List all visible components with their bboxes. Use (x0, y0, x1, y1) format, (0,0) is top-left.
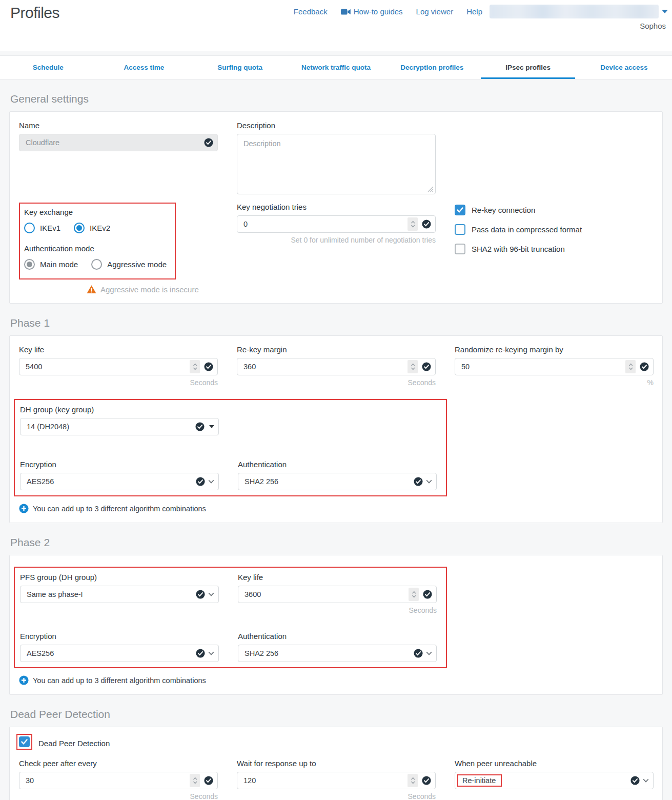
rekey-connection-row: Re-key connection (455, 205, 654, 215)
log-viewer-link[interactable]: Log viewer (416, 7, 454, 16)
resize-handle[interactable] (427, 186, 434, 192)
stepper-arrows-icon (628, 363, 634, 371)
check-icon (457, 207, 463, 213)
add-icon[interactable] (19, 675, 29, 685)
phase1-encryption-select[interactable]: AES256 (20, 473, 219, 490)
tab-surfing-quota[interactable]: Surfing quota (192, 56, 288, 79)
pfs-group-select[interactable]: Same as phase-I (20, 586, 219, 603)
phase1-key-life-field[interactable]: 5400 (19, 358, 218, 375)
chevron-down-icon (208, 479, 214, 484)
compressed-format-row: Pass data in compressed format (455, 224, 654, 235)
name-field: Cloudflare (19, 134, 218, 151)
when-unreachable-select[interactable]: Re-initiate (455, 772, 654, 789)
valid-check-icon (196, 590, 205, 599)
stepper-arrows-icon (192, 363, 198, 371)
chevron-down-icon (643, 778, 649, 783)
unit-label: Seconds (237, 792, 436, 800)
dpd-checkbox[interactable] (19, 736, 30, 747)
dh-group-select[interactable]: 14 (DH2048) (20, 418, 219, 435)
phase2-algorithms-annotation-box: PFS group (DH group) Same as phase-I Key… (14, 567, 447, 668)
number-stepper[interactable] (190, 774, 200, 787)
phase2-panel: PFS group (DH group) Same as phase-I Key… (9, 555, 663, 695)
valid-check-icon (630, 776, 640, 785)
radio-ikev1[interactable] (24, 223, 35, 233)
add-icon[interactable] (19, 504, 29, 513)
check-peer-label: Check peer after every (19, 759, 218, 768)
reinitiate-annotation-box: Re-initiate (457, 774, 502, 787)
valid-check-icon (204, 776, 213, 785)
tab-decryption-profiles[interactable]: Decryption profiles (384, 56, 480, 79)
valid-check-icon (422, 362, 431, 371)
phase2-encryption-select[interactable]: AES256 (20, 645, 219, 662)
valid-check-icon (423, 590, 432, 599)
wait-response-field[interactable]: 120 (237, 772, 436, 789)
phase2-key-life-field[interactable]: 3600 (238, 586, 437, 603)
radio-aggressive-mode[interactable] (91, 259, 102, 270)
phase2-key-life-label: Key life (238, 573, 437, 582)
phase1-authentication-select[interactable]: SHA2 256 (238, 473, 437, 490)
valid-check-icon (422, 776, 431, 785)
general-settings-heading: General settings (10, 93, 663, 105)
dpd-panel: Dead Peer Detection Check peer after eve… (9, 727, 663, 800)
name-label: Name (19, 121, 218, 130)
radio-main-mode[interactable] (24, 259, 35, 270)
warning-icon (87, 285, 96, 294)
key-exchange-annotation-box: Key exchange IKEv1 IKEv2 Authentication … (19, 203, 176, 279)
description-field[interactable]: Description (237, 134, 436, 194)
profile-tabs: Schedule Access time Surfing quota Netwo… (0, 55, 672, 79)
sha2-truncation-checkbox[interactable] (455, 244, 465, 254)
valid-check-icon (195, 422, 205, 431)
tab-access-time[interactable]: Access time (96, 56, 192, 79)
valid-check-icon (196, 477, 205, 486)
phase2-encryption-label: Encryption (20, 632, 219, 641)
wait-response-label: Wait for response up to (237, 759, 436, 768)
phase2-authentication-label: Authentication (238, 632, 437, 641)
when-unreachable-label: When peer unreachable (455, 759, 654, 768)
stepper-arrows-icon (410, 220, 416, 228)
phase1-add-combination-note: You can add up to 3 different algorithm … (19, 504, 653, 513)
number-stepper[interactable] (190, 360, 200, 373)
app-header: Profiles Feedback How-to guides Log view… (0, 0, 672, 51)
radio-ikev2[interactable] (74, 223, 85, 233)
valid-check-icon (422, 219, 431, 229)
key-exchange-label: Key exchange (24, 208, 169, 216)
number-stepper[interactable] (408, 774, 418, 787)
description-label: Description (237, 121, 436, 130)
stepper-arrows-icon (410, 776, 416, 785)
number-stepper[interactable] (625, 360, 636, 373)
how-to-guides-link[interactable]: How-to guides (341, 7, 403, 16)
tab-ipsec-profiles[interactable]: IPsec profiles (480, 56, 576, 79)
key-negotiation-tries-label: Key negotiation tries (237, 203, 436, 211)
chevron-down-icon (426, 651, 432, 655)
phase1-algorithms-annotation-box: DH group (key group) 14 (DH2048) Encrypt… (14, 399, 447, 496)
feedback-link[interactable]: Feedback (294, 7, 328, 16)
help-link[interactable]: Help (466, 7, 482, 16)
valid-check-icon (196, 649, 205, 658)
dpd-heading: Dead Peer Detection (10, 708, 663, 721)
rekey-connection-checkbox[interactable] (455, 205, 465, 215)
video-camera-icon (341, 8, 351, 15)
dh-group-label: DH group (key group) (20, 405, 219, 414)
tab-device-access[interactable]: Device access (576, 56, 672, 79)
valid-check-icon (640, 362, 649, 371)
number-stepper[interactable] (409, 588, 419, 601)
tab-schedule[interactable]: Schedule (0, 56, 96, 79)
key-negotiation-tries-field[interactable]: 0 (237, 215, 436, 233)
chevron-down-icon[interactable] (662, 10, 668, 13)
general-settings-panel: Name Cloudflare Description Description … (9, 111, 663, 304)
unit-label: Seconds (238, 606, 437, 614)
phase2-authentication-select[interactable]: SHA2 256 (238, 645, 437, 662)
check-peer-field[interactable]: 30 (19, 772, 218, 789)
number-stepper[interactable] (408, 217, 418, 231)
tab-network-traffic-quota[interactable]: Network traffic quota (288, 56, 384, 79)
number-stepper[interactable] (408, 360, 418, 373)
compressed-format-checkbox[interactable] (455, 224, 465, 235)
account-menu[interactable] (490, 5, 659, 18)
rekey-margin-field[interactable]: 360 (237, 358, 436, 375)
randomize-margin-field[interactable]: 50 (455, 358, 654, 375)
pfs-group-label: PFS group (DH group) (20, 573, 219, 582)
phase1-authentication-label: Authentication (238, 460, 437, 469)
unit-label: Seconds (19, 378, 218, 387)
valid-check-icon (204, 138, 213, 147)
chevron-down-icon (208, 651, 214, 655)
